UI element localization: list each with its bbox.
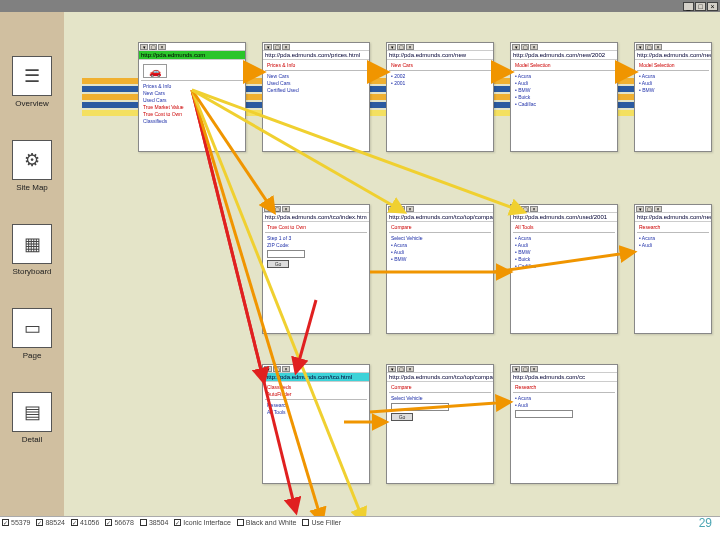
footer-check[interactable]: ✓Iconic Interface	[174, 519, 230, 526]
thumb-url: http://pda.edmunds.com/tco/top/compare	[387, 213, 493, 222]
palette-page[interactable]: ▭ Page	[4, 282, 60, 360]
thumb-url: http://pda.edmunds.com/used/2001	[511, 213, 617, 222]
storyboard-canvas[interactable]: ▾▢× http://pda.edmunds.com 🚗 Prices & In…	[64, 12, 720, 528]
palette-label: Detail	[22, 435, 42, 444]
page-thumb-new-2002[interactable]: ▾▢× http://pda.edmunds.com/new/2002 Mode…	[510, 42, 618, 152]
footer-check[interactable]: Black and White	[237, 519, 297, 526]
thumb-chrome: ▾▢×	[263, 205, 369, 213]
tool-palette: ☰ Overview ⚙ Site Map ▦ Storyboard ▭ Pag…	[0, 12, 64, 528]
thumb-chrome: ▾▢×	[263, 365, 369, 373]
thumb-chrome: ▾▢×	[635, 205, 711, 213]
thumb-url: http://pda.edmunds.com/tco.html	[263, 373, 369, 382]
page-thumb-tco-index[interactable]: ▾▢× http://pda.edmunds.com/tco/index.htm…	[262, 204, 370, 334]
thumb-body: Compare Select Vehicle Go	[387, 382, 493, 425]
car-icon: 🚗	[143, 64, 167, 78]
overview-icon: ☰	[12, 56, 52, 96]
thumb-chrome: ▾▢×	[263, 43, 369, 51]
thumb-body: Model Selection • Acura • Audi • BMW • B…	[511, 60, 617, 110]
palette-label: Overview	[15, 99, 48, 108]
page-thumb-cc[interactable]: ▾▢× http://pda.edmunds.com/cc Research •…	[510, 364, 618, 484]
page-thumb-prices[interactable]: ▾▢× http://pda.edmunds.com/prices.html P…	[262, 42, 370, 152]
thumb-url: http://pda.edmunds.com/prices.html	[263, 51, 369, 60]
thumb-body: 🚗 Prices & Info New Cars Used Cars True …	[139, 60, 245, 127]
thumb-body: Research • Acura • Audi	[635, 222, 711, 251]
page-thumb-tco[interactable]: ▾▢× http://pda.edmunds.com/tco.html Clas…	[262, 364, 370, 484]
palette-storyboard[interactable]: ▦ Storyboard	[4, 198, 60, 276]
thumb-chrome: ▾▢×	[635, 43, 711, 51]
thumb-chrome: ▾▢×	[511, 205, 617, 213]
palette-detail[interactable]: ▤ Detail	[4, 366, 60, 444]
thumb-chrome: ▾▢×	[511, 43, 617, 51]
page-thumb-used-2001[interactable]: ▾▢× http://pda.edmunds.com/used/2001 All…	[510, 204, 618, 334]
page-icon: ▭	[12, 308, 52, 348]
minimize-button[interactable]: _	[683, 2, 694, 11]
thumb-url: http://pda.edmunds.com	[139, 51, 245, 60]
thumb-body: New Cars • 2002 • 2001	[387, 60, 493, 89]
thumb-body: Model Selection • Acura • Audi • BMW	[635, 60, 711, 96]
footer-check[interactable]: ✓41056	[71, 519, 99, 526]
thumb-body: True Cost to Own Step 1 of 3 ZIP Code: G…	[263, 222, 369, 272]
detail-icon: ▤	[12, 392, 52, 432]
palette-sitemap[interactable]: ⚙ Site Map	[4, 114, 60, 192]
palette-overview[interactable]: ☰ Overview	[4, 30, 60, 108]
thumb-url: http://pda.edmunds.com/tco/index.htm	[263, 213, 369, 222]
thumb-url: http://pda.edmunds.com/cc	[511, 373, 617, 382]
sitemap-icon: ⚙	[12, 140, 52, 180]
thumb-body: Classifieds AutoFinder Research All Tool…	[263, 382, 369, 418]
thumb-chrome: ▾▢×	[139, 43, 245, 51]
maximize-button[interactable]: □	[695, 2, 706, 11]
titlebar: _ □ ×	[0, 0, 720, 12]
thumb-url: http://pda.edmunds.com/new	[387, 51, 493, 60]
thumb-chrome: ▾▢×	[387, 365, 493, 373]
thumb-chrome: ▾▢×	[511, 365, 617, 373]
footer-check[interactable]: Use Filler	[302, 519, 341, 526]
thumb-url: http://pda.edmunds.com/tco/top/compare	[387, 373, 493, 382]
footer-check[interactable]: ✓56678	[105, 519, 133, 526]
close-button[interactable]: ×	[707, 2, 718, 11]
thumb-chrome: ▾▢×	[387, 205, 493, 213]
thumb-body: Compare Select Vehicle • Acura • Audi • …	[387, 222, 493, 265]
thumb-body: Prices & Info New Cars Used Cars Certifi…	[263, 60, 369, 96]
workspace: ☰ Overview ⚙ Site Map ▦ Storyboard ▭ Pag…	[0, 12, 720, 528]
slide-number: 29	[699, 516, 712, 530]
thumb-body: All Tools • Acura • Audi • BMW • Buick •…	[511, 222, 617, 272]
palette-label: Page	[23, 351, 42, 360]
thumb-body: Research • Acura • Audi	[511, 382, 617, 422]
palette-label: Site Map	[16, 183, 48, 192]
page-thumb-new[interactable]: ▾▢× http://pda.edmunds.com/new New Cars …	[386, 42, 494, 152]
footer-check[interactable]: ✓88524	[36, 519, 64, 526]
thumb-chrome: ▾▢×	[387, 43, 493, 51]
footer-check[interactable]: ✓55379	[2, 519, 30, 526]
thumb-url: http://pda.edmunds.com/new/2002	[511, 51, 617, 60]
thumb-url: http://pda.edmunds.com/new/2001	[635, 213, 711, 222]
page-thumb-home[interactable]: ▾▢× http://pda.edmunds.com 🚗 Prices & In…	[138, 42, 246, 152]
page-thumb-compare2[interactable]: ▾▢× http://pda.edmunds.com/tco/top/compa…	[386, 364, 494, 484]
page-thumb-new-2001b[interactable]: ▾▢× http://pda.edmunds.com/new/2001 Rese…	[634, 204, 712, 334]
thumb-url: http://pda.edmunds.com/new/2001	[635, 51, 711, 60]
page-thumb-new-2001[interactable]: ▾▢× http://pda.edmunds.com/new/2001 Mode…	[634, 42, 712, 152]
storyboard-icon: ▦	[12, 224, 52, 264]
page-thumb-tco-compare[interactable]: ▾▢× http://pda.edmunds.com/tco/top/compa…	[386, 204, 494, 334]
palette-label: Storyboard	[12, 267, 51, 276]
status-bar: ✓55379 ✓88524 ✓41056 ✓56678 38504 ✓Iconi…	[0, 516, 720, 528]
footer-check[interactable]: 38504	[140, 519, 168, 526]
